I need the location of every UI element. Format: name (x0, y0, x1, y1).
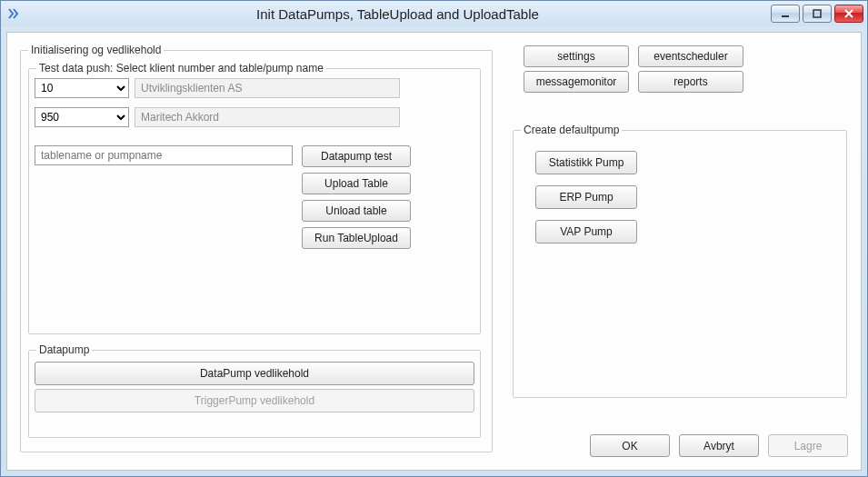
module-name-display: Maritech Akkord (135, 107, 400, 127)
module-number-select[interactable]: 950 (35, 107, 129, 127)
datapump-group: Datapump DataPump vedlikehold TriggerPum… (28, 343, 481, 438)
dialog-buttons: OK Avbryt Lagre (590, 434, 848, 457)
settings-button[interactable]: settings (524, 45, 629, 67)
window-title: Init DataPumps, TableUpload and UploadTa… (25, 6, 771, 22)
testdata-legend: Test data push: Select klient number and… (36, 62, 326, 75)
triggerpump-vedlikehold-button: TriggerPump vedlikehold (35, 389, 474, 412)
statistikk-pump-button[interactable]: Statistikk Pump (535, 151, 637, 174)
client-name-display: Utviklingsklienten AS (135, 78, 400, 98)
cancel-button[interactable]: Avbryt (679, 434, 759, 457)
create-defaultpump-group: Create defaultpump Statistikk Pump ERP P… (513, 124, 847, 398)
datapump-vedlikehold-button[interactable]: DataPump vedlikehold (35, 362, 474, 385)
reports-button[interactable]: reports (638, 71, 743, 93)
client-area: Initialisering og vedlikehold Test data … (6, 32, 862, 471)
top-button-grid: settings eventscheduler messagemonitor r… (524, 45, 743, 93)
init-group-legend: Initialisering og vedlikehold (28, 44, 164, 56)
eventscheduler-button[interactable]: eventscheduler (638, 45, 743, 67)
unload-table-button[interactable]: Unload table (302, 200, 411, 222)
titlebar: Init DataPumps, TableUpload and UploadTa… (1, 1, 867, 26)
vap-pump-button[interactable]: VAP Pump (535, 220, 637, 243)
create-defaultpump-legend: Create defaultpump (521, 124, 622, 136)
datapump-legend: Datapump (36, 343, 92, 356)
maximize-button[interactable] (803, 5, 832, 23)
save-button: Lagre (768, 434, 848, 457)
erp-pump-button[interactable]: ERP Pump (535, 185, 637, 209)
window-controls (771, 5, 863, 23)
messagemonitor-button[interactable]: messagemonitor (524, 71, 629, 93)
window-frame: Init DataPumps, TableUpload and UploadTa… (0, 0, 868, 477)
run-tableupload-button[interactable]: Run TableUpload (302, 227, 411, 249)
svg-rect-1 (813, 10, 821, 17)
datapump-test-button[interactable]: Datapump test (302, 145, 411, 167)
ok-button[interactable]: OK (590, 434, 670, 457)
close-button[interactable] (834, 5, 863, 23)
minimize-button[interactable] (771, 5, 800, 23)
app-icon (6, 6, 21, 21)
upload-table-button[interactable]: Upload Table (302, 173, 411, 194)
init-group: Initialisering og vedlikehold Test data … (20, 44, 493, 452)
client-number-select[interactable]: 10 (35, 78, 129, 98)
tablename-input[interactable] (35, 145, 293, 165)
testdata-group: Test data push: Select klient number and… (28, 62, 481, 334)
